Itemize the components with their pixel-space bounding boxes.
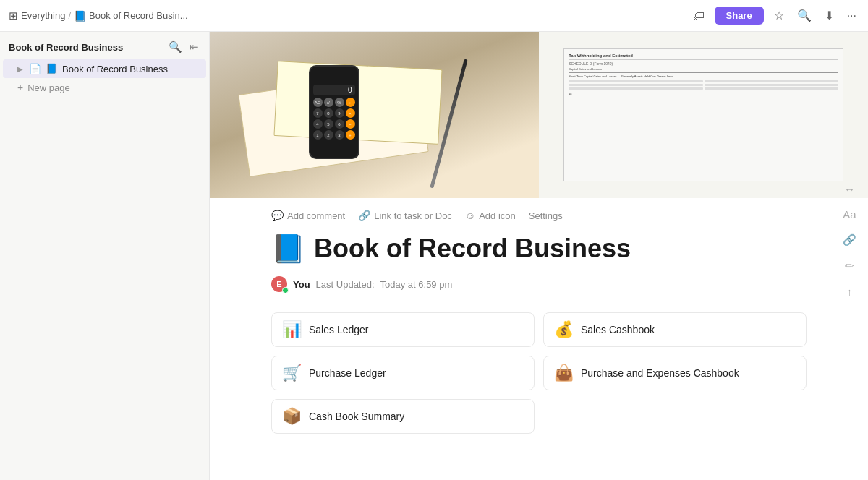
settings-button[interactable]: Settings	[529, 210, 563, 221]
sidebar-search-button[interactable]: 🔍	[167, 39, 184, 55]
sidebar-item-book-of-record[interactable]: ▶ 📄 📘 Book of Record Business	[3, 59, 206, 78]
purchase-ledger-icon: 🛒	[282, 364, 302, 382]
breadcrumb-separator: /	[68, 10, 71, 21]
grid-icon: ⊞	[9, 9, 18, 22]
more-button[interactable]: ···	[844, 7, 859, 25]
sidebar-item-page-icon: 📘	[46, 63, 58, 74]
meta-updated-value: Today at 6:59 pm	[380, 279, 453, 290]
sidebar: Book of Record Business 🔍 ⇤ ▶ 📄 📘 Book o…	[0, 32, 210, 480]
sidebar-item-label: Book of Record Business	[62, 64, 168, 74]
cashbook-summary-icon: 📦	[282, 407, 302, 426]
breadcrumb-page-title[interactable]: Book of Record Busin...	[89, 10, 188, 21]
topbar-right: 🏷 Share ☆ 🔍 ⬇ ···	[690, 6, 859, 25]
link-icon: 🔗	[358, 210, 370, 221]
topbar: ⊞ Everything / 📘 Book of Record Busin...…	[0, 0, 868, 32]
breadcrumb-home[interactable]: Everything	[21, 10, 65, 21]
add-comment-label: Add comment	[287, 210, 345, 221]
topbar-left: ⊞ Everything / 📘 Book of Record Busin...	[9, 9, 690, 22]
link-out-button[interactable]: 🔗	[841, 232, 858, 248]
share-button[interactable]: Share	[715, 7, 764, 25]
cover-image: 0 AC +/- % ÷ 7 8 9 × 4 5 6	[210, 32, 868, 198]
calc-buttons: AC +/- % ÷ 7 8 9 × 4 5 6 − 1	[313, 98, 355, 140]
font-button[interactable]: Aa	[841, 207, 858, 222]
doc-item-sales-ledger[interactable]: 📊 Sales Ledger	[271, 312, 535, 347]
new-page-label: New page	[27, 82, 70, 93]
download-button[interactable]: ⬇	[822, 6, 837, 25]
page-content: 0 AC +/- % ÷ 7 8 9 × 4 5 6	[210, 32, 868, 480]
cover-image-inner: 0 AC +/- % ÷ 7 8 9 × 4 5 6	[210, 32, 868, 198]
toolbar-row: 💬 Add comment 🔗 Link to task or Doc ☺ Ad…	[271, 198, 807, 227]
chevron-right-icon: ▶	[17, 65, 23, 73]
purchase-ledger-label: Purchase Ledger	[309, 367, 386, 379]
main-wrap: Book of Record Business 🔍 ⇤ ▶ 📄 📘 Book o…	[0, 32, 868, 480]
sales-cashbook-icon: 💰	[554, 320, 574, 339]
page-title-row: 📘 Book of Record Business	[271, 233, 807, 265]
bookmark-button[interactable]: 🏷	[690, 7, 707, 25]
add-comment-button[interactable]: 💬 Add comment	[271, 210, 345, 221]
tax-form-mock: Tax Withholding and Estimated SCHEDULE D…	[563, 48, 843, 181]
cashbook-summary-label: Cash Book Summary	[309, 411, 404, 422]
cover-right: Tax Withholding and Estimated SCHEDULE D…	[539, 32, 868, 198]
doc-grid: 📊 Sales Ledger 💰 Sales Cashbook 🛒 Purcha…	[271, 312, 807, 434]
edit-button[interactable]: ✏	[841, 258, 858, 274]
add-icon-button[interactable]: ☺ Add icon	[465, 210, 516, 221]
comment-icon: 💬	[271, 210, 284, 221]
sidebar-header: Book of Record Business 🔍 ⇤	[0, 32, 209, 59]
meta-row: E You Last Updated: Today at 6:59 pm	[271, 276, 807, 292]
settings-label: Settings	[529, 210, 563, 221]
sidebar-header-icons: 🔍 ⇤	[167, 39, 200, 55]
cover-left: 0 AC +/- % ÷ 7 8 9 × 4 5 6	[210, 32, 539, 198]
page-emoji: 📘	[271, 233, 305, 265]
share-out-button[interactable]: ↑	[841, 284, 858, 299]
sales-ledger-icon: 📊	[282, 320, 302, 339]
emoji-icon: ☺	[465, 210, 475, 221]
purchase-expenses-label: Purchase and Expenses Cashbook	[581, 367, 739, 379]
phone-mock: 0 AC +/- % ÷ 7 8 9 × 4 5 6	[309, 65, 359, 159]
sales-cashbook-label: Sales Cashbook	[581, 324, 655, 335]
expand-button[interactable]: ↔	[841, 181, 858, 197]
meta-updated-label: Last Updated:	[316, 279, 375, 290]
doc-item-purchase-expenses[interactable]: 👜 Purchase and Expenses Cashbook	[543, 356, 807, 390]
avatar-initial: E	[276, 280, 281, 288]
breadcrumb: ⊞ Everything / 📘 Book of Record Busin...	[9, 9, 188, 22]
calc-screen: 0	[313, 85, 355, 95]
right-tools: ↔ Aa 🔗 ✏ ↑	[841, 181, 858, 299]
doc-item-purchase-ledger[interactable]: 🛒 Purchase Ledger	[271, 356, 535, 390]
plus-icon: +	[17, 82, 23, 93]
page-title[interactable]: Book of Record Business	[314, 233, 631, 264]
sidebar-new-page[interactable]: + New page	[3, 78, 206, 97]
avatar: E	[271, 276, 287, 292]
page-body: 💬 Add comment 🔗 Link to task or Doc ☺ Ad…	[228, 198, 850, 463]
sidebar-item-icon: 📄	[29, 63, 41, 74]
add-icon-label: Add icon	[479, 210, 516, 221]
search-button[interactable]: 🔍	[794, 6, 814, 25]
doc-item-cashbook-summary[interactable]: 📦 Cash Book Summary	[271, 399, 535, 434]
meta-user-label: You	[293, 279, 310, 290]
avatar-online-badge	[282, 287, 289, 293]
star-button[interactable]: ☆	[771, 6, 787, 25]
page-icon-small: 📘	[74, 10, 86, 22]
sidebar-workspace-title: Book of Record Business	[9, 42, 123, 53]
sidebar-collapse-button[interactable]: ⇤	[188, 39, 200, 55]
purchase-expenses-icon: 👜	[554, 364, 574, 382]
sales-ledger-label: Sales Ledger	[309, 324, 369, 335]
doc-item-sales-cashbook[interactable]: 💰 Sales Cashbook	[543, 312, 807, 347]
link-to-task-button[interactable]: 🔗 Link to task or Doc	[358, 210, 452, 221]
link-to-task-label: Link to task or Doc	[374, 210, 452, 221]
